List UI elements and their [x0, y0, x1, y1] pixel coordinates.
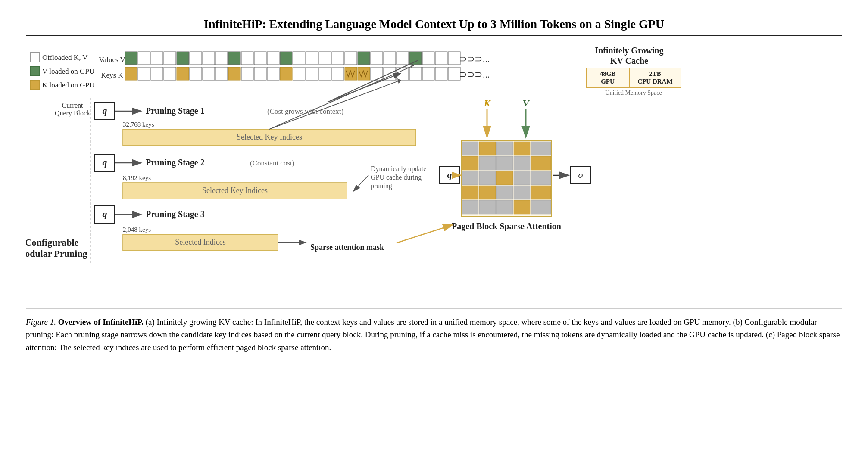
- svg-text:Current: Current: [62, 102, 83, 109]
- svg-rect-60: [435, 67, 447, 80]
- svg-marker-111: [521, 126, 530, 139]
- svg-rect-32: [448, 52, 460, 65]
- figure-text: (a) Infinitely growing KV cache: In Infi…: [26, 317, 840, 352]
- svg-text:q: q: [103, 157, 107, 168]
- svg-rect-117: [496, 142, 513, 155]
- svg-rect-123: [514, 156, 530, 170]
- svg-text:(Cost grows with context): (Cost grows with context): [267, 107, 343, 115]
- svg-rect-20: [293, 52, 305, 65]
- svg-rect-40: [177, 67, 189, 80]
- svg-text:Offloaded K, V: Offloaded K, V: [42, 53, 88, 62]
- svg-rect-124: [531, 156, 551, 170]
- svg-rect-17: [254, 52, 266, 65]
- svg-rect-116: [479, 142, 496, 155]
- svg-rect-27: [384, 52, 396, 65]
- svg-rect-52: [332, 67, 344, 80]
- svg-text:...: ...: [483, 69, 490, 80]
- svg-text:...: ...: [483, 53, 490, 64]
- svg-rect-129: [531, 171, 551, 185]
- svg-rect-4: [30, 80, 40, 90]
- svg-text:Configurable: Configurable: [26, 237, 79, 248]
- svg-rect-2: [30, 66, 40, 76]
- svg-text:V loaded on GPU: V loaded on GPU: [42, 67, 94, 75]
- svg-text:Pruning Stage 1: Pruning Stage 1: [146, 106, 205, 116]
- page-title: InfiniteHiP: Extending Language Model Co…: [26, 17, 842, 36]
- svg-rect-139: [531, 200, 551, 214]
- svg-text:Paged Block Sparse Attention: Paged Block Sparse Attention: [452, 221, 561, 231]
- figure-label: Figure 1.: [26, 317, 56, 327]
- svg-rect-21: [306, 52, 318, 65]
- svg-rect-7: [125, 52, 137, 65]
- svg-rect-24: [345, 52, 357, 65]
- svg-rect-118: [514, 142, 530, 155]
- svg-rect-50: [306, 67, 318, 80]
- svg-text:8,192 keys: 8,192 keys: [123, 174, 151, 181]
- svg-rect-125: [462, 171, 478, 185]
- svg-rect-121: [479, 156, 496, 170]
- svg-rect-119: [531, 142, 551, 155]
- svg-text:Unified Memory Space: Unified Memory Space: [605, 90, 662, 96]
- svg-rect-0: [30, 53, 40, 62]
- svg-rect-30: [422, 52, 434, 65]
- svg-rect-128: [514, 171, 530, 185]
- svg-text:Dynamically update: Dynamically update: [371, 165, 426, 173]
- svg-rect-136: [479, 200, 496, 214]
- svg-text:Selected Indices: Selected Indices: [175, 238, 225, 246]
- svg-rect-38: [151, 67, 163, 80]
- svg-rect-58: [409, 67, 422, 80]
- svg-text:o: o: [578, 169, 583, 180]
- svg-rect-59: [422, 67, 434, 80]
- svg-rect-132: [496, 186, 513, 199]
- svg-rect-45: [241, 67, 253, 80]
- figure-bold: Overview of InfiniteHiP.: [58, 317, 144, 327]
- svg-text:CPU DRAM: CPU DRAM: [637, 78, 672, 85]
- svg-rect-48: [280, 67, 292, 80]
- svg-rect-19: [280, 52, 292, 65]
- svg-rect-26: [371, 52, 383, 65]
- svg-text:Keys K: Keys K: [101, 71, 123, 79]
- svg-rect-137: [496, 200, 513, 214]
- svg-text:pruning: pruning: [371, 182, 392, 190]
- svg-rect-22: [319, 52, 331, 65]
- svg-rect-46: [254, 67, 266, 80]
- svg-rect-126: [479, 171, 496, 185]
- svg-rect-9: [151, 52, 163, 65]
- svg-text:(Constant cost): (Constant cost): [250, 159, 294, 167]
- svg-text:32,768 keys: 32,768 keys: [123, 121, 154, 128]
- svg-text:Modular Pruning: Modular Pruning: [26, 248, 87, 259]
- svg-rect-53: [345, 67, 357, 80]
- svg-text:KV Cache: KV Cache: [610, 56, 648, 65]
- svg-text:Sparse attention mask: Sparse attention mask: [310, 243, 384, 252]
- svg-rect-12: [190, 52, 202, 65]
- svg-text:Selected Key Indices: Selected Key Indices: [202, 186, 268, 195]
- svg-rect-115: [462, 142, 478, 155]
- svg-rect-122: [496, 156, 513, 170]
- svg-rect-130: [462, 186, 478, 199]
- svg-rect-61: [448, 67, 460, 80]
- svg-text:⊃⊃⊃: ⊃⊃⊃: [459, 53, 482, 64]
- svg-rect-23: [332, 52, 344, 65]
- svg-text:2,048 keys: 2,048 keys: [123, 226, 151, 233]
- svg-rect-15: [228, 52, 240, 65]
- svg-text:⊃⊃⊃: ⊃⊃⊃: [459, 69, 482, 80]
- svg-text:Selected Key Indices: Selected Key Indices: [237, 133, 302, 141]
- svg-text:Query Block: Query Block: [55, 109, 90, 117]
- svg-rect-11: [177, 52, 189, 65]
- svg-text:GPU: GPU: [601, 78, 615, 85]
- svg-rect-135: [462, 200, 478, 214]
- svg-rect-134: [531, 186, 551, 199]
- svg-rect-36: [125, 67, 137, 80]
- svg-text:q: q: [447, 169, 452, 180]
- svg-rect-55: [371, 67, 383, 80]
- svg-rect-37: [138, 67, 150, 80]
- svg-rect-10: [164, 52, 176, 65]
- svg-text:K: K: [484, 98, 491, 109]
- svg-rect-49: [293, 67, 305, 80]
- svg-rect-18: [267, 52, 279, 65]
- svg-text:Pruning Stage 3: Pruning Stage 3: [146, 209, 205, 219]
- svg-text:GPU cache during: GPU cache during: [371, 174, 422, 181]
- svg-marker-108: [483, 126, 491, 139]
- svg-text:Infinitely Growing: Infinitely Growing: [595, 46, 663, 56]
- svg-rect-47: [267, 67, 279, 80]
- svg-rect-44: [228, 67, 240, 80]
